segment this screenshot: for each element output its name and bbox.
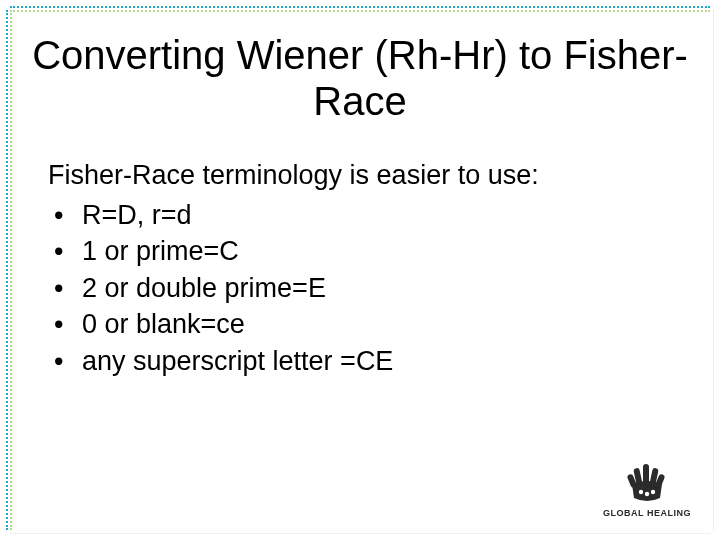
slide: Converting Wiener (Rh-Hr) to Fisher-Race… bbox=[0, 0, 720, 540]
svg-point-7 bbox=[651, 490, 655, 494]
hand-icon bbox=[602, 458, 692, 506]
decorative-border-top bbox=[10, 6, 710, 12]
list-item: 2 or double prime=E bbox=[54, 270, 660, 306]
slide-body: Fisher-Race terminology is easier to use… bbox=[48, 160, 660, 379]
list-item: 0 or blank=ce bbox=[54, 306, 660, 342]
brand-logo: GLOBAL HEALING bbox=[602, 458, 692, 518]
list-item: 1 or prime=C bbox=[54, 233, 660, 269]
svg-point-5 bbox=[639, 490, 643, 494]
slide-title: Converting Wiener (Rh-Hr) to Fisher-Race bbox=[0, 32, 720, 124]
intro-text: Fisher-Race terminology is easier to use… bbox=[48, 160, 660, 191]
svg-rect-0 bbox=[643, 464, 649, 484]
bullet-list: R=D, r=d 1 or prime=C 2 or double prime=… bbox=[48, 197, 660, 379]
list-item: any superscript letter =CE bbox=[54, 343, 660, 379]
list-item: R=D, r=d bbox=[54, 197, 660, 233]
svg-point-6 bbox=[645, 492, 649, 496]
brand-name: GLOBAL HEALING bbox=[602, 508, 692, 518]
decorative-border-bottom bbox=[10, 533, 710, 534]
